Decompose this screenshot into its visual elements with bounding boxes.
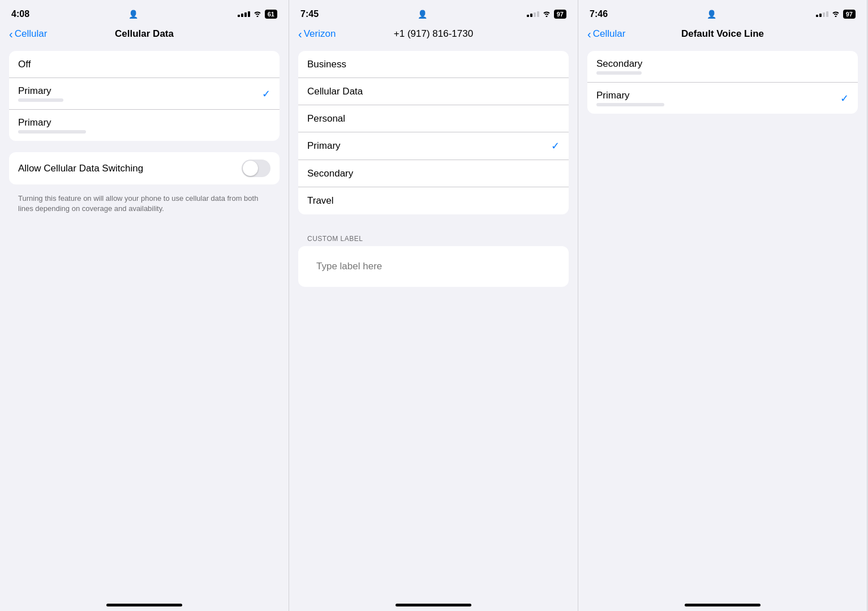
list-item-personal[interactable]: Personal xyxy=(298,105,569,132)
signal-dot-4 xyxy=(248,11,250,17)
signal-dot-3 xyxy=(244,12,247,17)
panel-default-voice: 7:46 👤 97 ‹ Cellular Default Voice Line xyxy=(578,0,867,611)
item-label-primary-1: Primary xyxy=(18,85,63,97)
checkmark-primary: ✓ xyxy=(551,140,560,152)
item-label-secondary-voice: Secondary xyxy=(596,58,642,70)
list-item-primary-2[interactable]: Primary xyxy=(9,110,280,141)
content-1: Off Primary ✓ Primary Allow Cellular Da xyxy=(0,46,289,604)
signal-bars-1 xyxy=(238,11,250,17)
toggle-switch-switching[interactable] xyxy=(242,160,270,177)
nav-back-label-2: Verizon xyxy=(304,28,336,40)
toggle-knob-switching xyxy=(243,161,258,176)
person-icon-2: 👤 xyxy=(418,10,427,19)
content-2: Business Cellular Data Personal Primary … xyxy=(289,46,578,604)
item-label-primary-2: Primary xyxy=(18,117,86,128)
custom-label-input-row xyxy=(298,246,569,287)
wifi-icon-2 xyxy=(542,10,551,19)
nav-back-3[interactable]: ‹ Cellular xyxy=(587,28,625,40)
signal-dot-3-4 xyxy=(826,11,828,17)
item-left-primary-voice: Primary xyxy=(596,90,664,106)
item-label-business: Business xyxy=(307,59,346,70)
nav-bar-2: ‹ Verizon +1 (917) 816-1730 xyxy=(289,25,578,46)
signal-dot-2-1 xyxy=(527,15,529,17)
status-icons-1: 61 xyxy=(238,10,277,19)
custom-label-group xyxy=(298,246,569,287)
person-icon-3: 👤 xyxy=(707,10,716,19)
custom-label-header: CUSTOM LABEL xyxy=(298,226,569,246)
voice-line-list: Secondary Primary ✓ xyxy=(587,51,858,114)
checkmark-primary-voice: ✓ xyxy=(840,92,849,105)
nav-back-label-3: Cellular xyxy=(593,28,626,40)
signal-dot-3-1 xyxy=(816,15,818,17)
toggle-row-switching: Allow Cellular Data Switching xyxy=(9,152,280,184)
home-indicator-3 xyxy=(685,604,760,606)
list-item-primary-voice[interactable]: Primary ✓ xyxy=(587,83,858,114)
item-left-primary-1: Primary xyxy=(18,85,63,102)
nav-title-3: Default Voice Line xyxy=(681,28,764,40)
list-item-primary[interactable]: Primary ✓ xyxy=(298,132,569,160)
status-time-3: 7:46 xyxy=(590,9,608,19)
item-label-off: Off xyxy=(18,59,31,70)
status-bar-1: 4:08 👤 61 xyxy=(0,0,289,25)
status-bar-3: 7:46 👤 97 xyxy=(578,0,867,25)
item-label-travel: Travel xyxy=(307,195,334,206)
signal-dot-3-3 xyxy=(823,12,825,17)
item-left-secondary-voice: Secondary xyxy=(596,58,642,75)
checkmark-primary-1: ✓ xyxy=(262,88,270,100)
signal-dot-2 xyxy=(241,14,243,17)
status-time-2: 7:45 xyxy=(300,9,319,19)
status-bar-2: 7:45 👤 97 xyxy=(289,0,578,25)
list-item-secondary[interactable]: Secondary xyxy=(298,160,569,187)
status-icons-3: 97 xyxy=(816,10,856,19)
list-item-travel[interactable]: Travel xyxy=(298,187,569,214)
custom-label-input[interactable] xyxy=(307,253,560,279)
list-item-primary-1[interactable]: Primary ✓ xyxy=(9,78,280,110)
cellular-data-list: Off Primary ✓ Primary xyxy=(9,51,280,141)
chevron-left-icon-1: ‹ xyxy=(9,28,13,40)
home-indicator-2 xyxy=(396,604,471,606)
nav-back-2[interactable]: ‹ Verizon xyxy=(298,28,336,40)
item-label-personal: Personal xyxy=(307,113,345,124)
list-item-secondary-voice[interactable]: Secondary xyxy=(587,51,858,83)
nav-title-1: Cellular Data xyxy=(115,28,174,40)
item-sublabel-primary-2 xyxy=(18,130,86,134)
nav-bar-3: ‹ Cellular Default Voice Line xyxy=(578,25,867,46)
signal-dot-1 xyxy=(238,15,240,17)
chevron-left-icon-3: ‹ xyxy=(587,28,591,40)
item-label-secondary: Secondary xyxy=(307,168,353,179)
list-item-business[interactable]: Business xyxy=(298,51,569,78)
signal-dot-2-4 xyxy=(537,11,539,17)
battery-1: 61 xyxy=(265,10,277,19)
signal-bars-2 xyxy=(527,11,539,17)
label-list: Business Cellular Data Personal Primary … xyxy=(298,51,569,214)
nav-back-label-1: Cellular xyxy=(15,28,48,40)
signal-bars-3 xyxy=(816,11,828,17)
chevron-left-icon-2: ‹ xyxy=(298,28,302,40)
item-sublabel-primary-1 xyxy=(18,98,63,102)
battery-3: 97 xyxy=(843,10,856,19)
signal-dot-3-2 xyxy=(819,14,822,17)
toggle-label-switching: Allow Cellular Data Switching xyxy=(18,163,143,174)
item-left-primary-2: Primary xyxy=(18,117,86,134)
wifi-icon-1 xyxy=(253,10,262,19)
wifi-icon-3 xyxy=(831,10,840,19)
item-label-primary-voice: Primary xyxy=(596,90,664,101)
signal-dot-2-3 xyxy=(534,12,536,17)
content-3: Secondary Primary ✓ xyxy=(578,46,867,604)
nav-subtitle-2: +1 (917) 816-1730 xyxy=(394,28,473,40)
list-item-cellular-data[interactable]: Cellular Data xyxy=(298,78,569,105)
helper-text-switching: Turning this feature on will allow your … xyxy=(9,191,280,214)
panel-phone-label: 7:45 👤 97 ‹ Verizon +1 (917) 816-1730 Bu… xyxy=(289,0,578,611)
item-sublabel-primary-voice xyxy=(596,103,664,106)
nav-bar-1: ‹ Cellular Cellular Data xyxy=(0,25,289,46)
status-icons-2: 97 xyxy=(527,10,566,19)
battery-2: 97 xyxy=(554,10,566,19)
signal-dot-2-2 xyxy=(530,14,532,17)
person-icon-1: 👤 xyxy=(128,10,138,19)
list-item-off[interactable]: Off xyxy=(9,51,280,78)
panel-cellular-data: 4:08 👤 61 ‹ Cellular Cellular Data Off xyxy=(0,0,289,611)
status-time-1: 4:08 xyxy=(11,9,29,19)
item-label-primary: Primary xyxy=(307,140,341,152)
nav-back-1[interactable]: ‹ Cellular xyxy=(9,28,47,40)
toggle-group-1: Allow Cellular Data Switching xyxy=(9,152,280,184)
